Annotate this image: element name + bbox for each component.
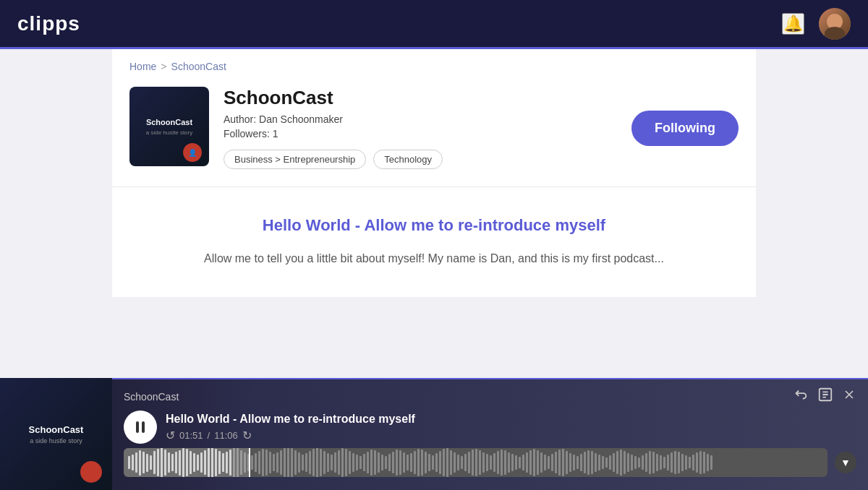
following-button[interactable]: Following [631,111,739,146]
pause-button[interactable] [124,411,157,444]
user-avatar[interactable] [819,8,851,40]
avatar-image [819,8,851,40]
podcast-art-inner: SchoonCast a side hustle story 👤 [129,87,209,166]
podcast-details: SchoonCast Author: Dan Schoonmaker Follo… [224,87,443,169]
rewind-button[interactable]: ↺ [166,429,175,442]
player-time-row: ↺ 01:51 / 11:06 ↻ [166,429,856,442]
podcast-art-title: SchoonCast [146,117,192,127]
breadcrumb-area: Home > SchoonCast [112,49,756,72]
player-thumbnail: SchoonCast a side hustle story [0,378,112,490]
episode-title: Hello World - Allow me to re-introduce m… [129,216,739,235]
player-header-row: SchoonCast [112,379,868,406]
player-thumb-inner: SchoonCast a side hustle story [0,378,112,490]
player-content: SchoonCast [112,379,868,490]
podcast-info: SchoonCast a side hustle story 👤 SchoonC… [129,87,443,169]
notifications-button[interactable]: 🔔 [782,13,804,35]
podcast-art-figure: 👤 [183,143,202,162]
waveform-progress [124,448,250,477]
waveform[interactable] [124,448,827,477]
collapse-player-button[interactable]: ▼ [835,452,856,473]
art-figure-icon: 👤 [188,149,197,157]
close-player-button[interactable] [842,387,856,405]
breadcrumb-current: SchoonCast [171,61,226,72]
player-total-time: 11:06 [214,430,238,441]
header-right: 🔔 [782,8,851,40]
podcast-author: Author: Dan Schoonmaker [224,113,443,125]
waveform-row: ▼ [112,448,868,484]
main-content: Home > SchoonCast SchoonCast a side hust… [0,49,868,378]
podcast-tags: Business > Entrepreneurship Technology [224,150,443,169]
episode-description: Allow me to tell you a little bit about … [129,249,739,268]
pause-icon [136,421,145,433]
player-thumb-sub: a side hustle story [30,437,82,444]
player-podcast-name: SchoonCast [124,391,179,403]
player-thumb-figure [80,461,102,483]
tag-business: Business > Entrepreneurship [224,150,366,169]
forward-button[interactable]: ↻ [242,429,252,442]
breadcrumb-home[interactable]: Home [129,61,156,72]
player-thumb-title: SchoonCast [29,424,84,435]
player-episode-info: Hello World - Allow me to re-introduce m… [166,413,856,442]
player-time-separator: / [208,430,210,441]
breadcrumb: Home > SchoonCast [129,61,739,72]
pause-bar-left [136,421,139,433]
pause-bar-right [142,421,145,433]
player-current-time: 01:51 [179,430,203,441]
chevron-down-icon: ▼ [841,457,851,468]
podcast-followers: Followers: 1 [224,128,443,139]
podcast-artwork: SchoonCast a side hustle story 👤 [129,87,209,166]
share-button[interactable] [793,387,809,406]
transcript-button[interactable] [817,387,833,406]
podcast-header: SchoonCast a side hustle story 👤 SchoonC… [112,72,756,187]
episode-section: Hello World - Allow me to re-introduce m… [112,187,756,297]
app-header: clipps 🔔 [0,0,868,49]
breadcrumb-separator: > [161,61,166,72]
app-logo: clipps [17,12,80,35]
tag-technology: Technology [373,150,443,169]
player-controls-right [793,387,856,406]
podcast-title: SchoonCast [224,87,443,109]
podcast-art-subtitle: a side hustle story [146,129,192,136]
player-bar: SchoonCast a side hustle story SchoonCas… [0,378,868,490]
avatar-body [825,27,845,40]
content-panel: Home > SchoonCast SchoonCast a side hust… [112,49,756,297]
player-episode-title: Hello World - Allow me to re-introduce m… [166,413,856,426]
player-main-row: Hello World - Allow me to re-introduce m… [112,406,868,448]
